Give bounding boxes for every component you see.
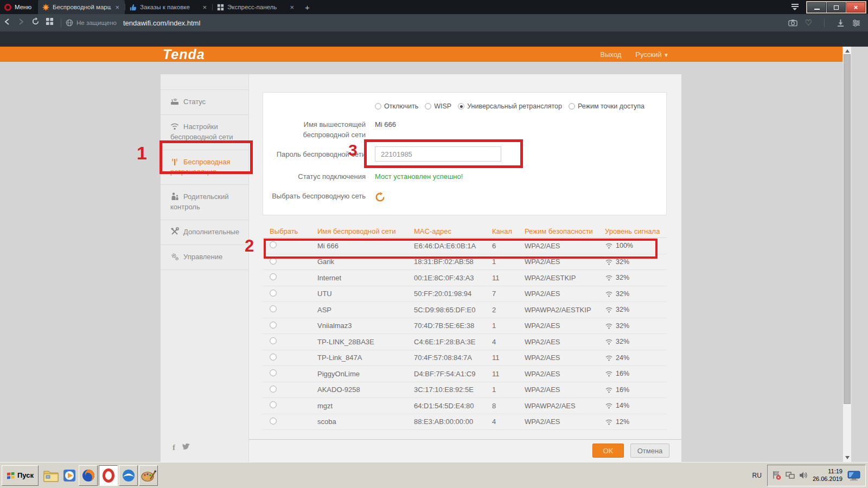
- language-selector[interactable]: Русский ▼: [635, 50, 669, 59]
- network-table-row[interactable]: Internet 00:1E:8C:0F:43:A3 11 WPA2/AESTK…: [263, 270, 667, 286]
- wifi-signal-icon: [605, 306, 613, 313]
- close-tab-icon[interactable]: ×: [202, 3, 208, 11]
- mode-option-universal-repeater[interactable]: Универсальный ретранслятор: [458, 102, 562, 110]
- tab-menu-icon[interactable]: [787, 0, 803, 14]
- select-network-radio[interactable]: [270, 305, 277, 312]
- select-network-radio[interactable]: [270, 354, 277, 361]
- close-tab-icon[interactable]: ×: [114, 3, 121, 11]
- network-mac: 70:4D:7B:5E:6E:38: [414, 322, 492, 330]
- firefox-icon: [81, 468, 96, 483]
- network-table-row[interactable]: PiggyOnLime D4:BF:7F:54:A1:C9 11 WPA2/AE…: [263, 366, 667, 382]
- volume-tray-icon[interactable]: [799, 471, 808, 479]
- settings-sliders-icon[interactable]: [852, 19, 860, 27]
- col-header-signal: Уровень сигнала: [605, 227, 667, 235]
- start-button[interactable]: Пуск: [2, 465, 39, 486]
- tab-orders[interactable]: Заказы к паковке ×: [125, 0, 212, 14]
- tab-speed-dial[interactable]: Экспресс-панель ×: [213, 0, 299, 14]
- ok-button[interactable]: OK: [592, 444, 624, 458]
- site-security-badge[interactable]: Не защищено: [66, 19, 117, 27]
- media-player-icon[interactable]: [60, 465, 79, 486]
- menu-button-label: Меню: [15, 4, 31, 10]
- wifi-signal-icon: [605, 355, 613, 361]
- security-alert-tray-icon[interactable]: [772, 471, 781, 480]
- scan-network-label: Выбрать беспроводную сеть: [263, 191, 366, 202]
- scrollbar-down-arrow-icon[interactable]: [845, 456, 850, 459]
- refresh-scan-icon[interactable]: [375, 192, 385, 202]
- network-channel: 2: [492, 306, 525, 314]
- network-table-row[interactable]: Vniialmaz3 70:4D:7B:5E:6E:38 1 WPA2/AES …: [263, 318, 667, 335]
- close-tab-icon[interactable]: ×: [289, 3, 296, 11]
- sidebar-item-administration[interactable]: Управление: [161, 245, 248, 270]
- tenda-header: Tenda Выход Русский ▼: [0, 47, 843, 62]
- url-text[interactable]: tendawifi.com/index.html: [123, 19, 200, 27]
- back-button[interactable]: [0, 17, 14, 28]
- windows-logo-icon: [7, 471, 15, 480]
- social-links: f: [173, 443, 190, 452]
- openoffice-icon: [121, 468, 136, 483]
- select-network-radio[interactable]: [270, 322, 277, 329]
- radio-icon[interactable]: [375, 103, 381, 110]
- mode-option-access-point[interactable]: Режим точки доступа: [569, 102, 644, 110]
- opera-logo-icon: [4, 4, 11, 11]
- page-scrollbar[interactable]: [843, 47, 851, 462]
- wifi-signal-icon: [605, 370, 613, 377]
- wifi-signal-icon: [605, 274, 613, 281]
- window-maximize-button[interactable]: [827, 2, 846, 12]
- radio-icon[interactable]: [569, 103, 575, 110]
- keyboard-language-indicator[interactable]: RU: [747, 472, 767, 479]
- forward-button[interactable]: [14, 17, 28, 28]
- taskbar-clock[interactable]: 11:19 26.06.2019: [813, 468, 843, 483]
- openoffice-taskbar-button[interactable]: [119, 465, 138, 486]
- select-network-radio[interactable]: [270, 418, 277, 425]
- select-network-radio[interactable]: [270, 401, 277, 408]
- twitter-icon[interactable]: [182, 443, 190, 451]
- network-table-row[interactable]: UTU 50:FF:20:01:98:94 7 WPA2/AES 32%: [263, 286, 667, 303]
- new-tab-button[interactable]: +: [299, 0, 315, 14]
- network-table-row[interactable]: scoba 88:E3:AB:00:00:00 4 WPA2/AES 12%: [263, 414, 667, 431]
- scrollbar-thumb[interactable]: [844, 54, 851, 404]
- logout-link[interactable]: Выход: [600, 50, 621, 59]
- window-close-button[interactable]: ×: [846, 2, 865, 12]
- select-network-radio[interactable]: [270, 386, 277, 393]
- network-channel: 1: [492, 258, 525, 266]
- reload-button[interactable]: [28, 17, 42, 28]
- signal-percent: 32%: [616, 306, 629, 313]
- network-tray-icon[interactable]: [786, 471, 795, 479]
- network-table-row[interactable]: TP-LINK_28BA3E C4:6E:1F:28:BA:3E 4 WPA2/…: [263, 334, 667, 350]
- sidebar-item-status[interactable]: Статус: [161, 90, 248, 115]
- network-ssid: TP-Link_847A: [317, 354, 414, 362]
- select-network-radio[interactable]: [270, 290, 277, 297]
- network-channel: 11: [492, 274, 525, 282]
- window-minimize-button[interactable]: [807, 2, 826, 12]
- speed-dial-button[interactable]: [42, 17, 56, 28]
- main-content: Отключить WISP Универсальный ретранслято…: [249, 74, 681, 462]
- select-network-radio[interactable]: [270, 273, 277, 280]
- facebook-icon[interactable]: f: [173, 443, 175, 452]
- firefox-taskbar-button[interactable]: [79, 465, 98, 486]
- network-table-row[interactable]: ASP 5C:D9:98:65:DF:E0 2 WPAWPA2/AESTKIP …: [263, 302, 667, 318]
- sidebar-item-advanced[interactable]: Дополнительные: [161, 220, 248, 245]
- opera-menu-button[interactable]: Меню: [0, 0, 38, 14]
- bookmark-heart-icon[interactable]: ♡: [805, 18, 812, 28]
- network-table-row[interactable]: AKADO-9258 3C:17:10:E8:92:5E 1 WPA2/AES …: [263, 382, 667, 399]
- tab-router-admin[interactable]: Беспроводной маршрутизат ×: [38, 0, 125, 14]
- mode-option-disable[interactable]: Отключить: [375, 102, 418, 110]
- select-network-radio[interactable]: [270, 369, 277, 376]
- radio-icon[interactable]: [458, 103, 464, 110]
- opera-taskbar-button[interactable]: [99, 465, 118, 486]
- upstream-ssid-value: Mi 666: [375, 120, 396, 129]
- select-network-radio[interactable]: [270, 337, 277, 344]
- file-explorer-icon[interactable]: [42, 465, 60, 486]
- radio-icon[interactable]: [425, 103, 431, 110]
- paint-taskbar-button[interactable]: [139, 465, 158, 486]
- show-desktop-icon[interactable]: [847, 470, 861, 481]
- mode-option-wisp[interactable]: WISP: [425, 102, 451, 110]
- scrollbar-up-arrow-icon[interactable]: [845, 49, 850, 53]
- network-table-row[interactable]: mgzt 64:D1:54:5D:E4:80 8 WPAWPA2/AES 14%: [263, 398, 667, 414]
- network-table-row[interactable]: TP-Link_847A 70:4F:57:08:84:7A 11 WPA2/A…: [263, 350, 667, 367]
- snapshot-camera-icon[interactable]: [788, 19, 797, 27]
- sidebar-item-parental-control[interactable]: Родительский контроль: [161, 185, 248, 220]
- cancel-button[interactable]: Отмена: [630, 444, 669, 458]
- network-ssid: ASP: [317, 306, 414, 314]
- downloads-icon[interactable]: [837, 19, 845, 27]
